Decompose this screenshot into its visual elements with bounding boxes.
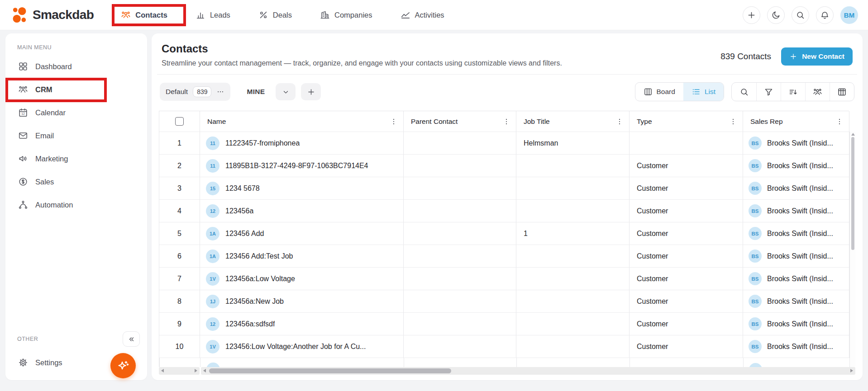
sales-rep-cell (744, 358, 849, 367)
scroll-left-arrow[interactable] (203, 369, 206, 372)
dots-vertical-icon[interactable] (835, 118, 844, 126)
sales-rep-name: Brooks Swift (Insid... (767, 343, 833, 351)
notifications-button[interactable] (816, 6, 834, 24)
page-subtitle: Streamline your contact management — tra… (162, 59, 562, 67)
brand[interactable]: Smackdab (11, 6, 94, 24)
dots-vertical-icon[interactable] (729, 118, 737, 126)
type-cell: Customer (630, 290, 743, 313)
contact-name-cell: 1V123456a:Low Voltage (200, 268, 404, 290)
table-row: 101V123456:Low Voltage:Another Job for A… (159, 335, 849, 358)
fixed-columns-scrollbar[interactable] (159, 367, 200, 375)
horizontal-scrollbar-thumb[interactable] (209, 368, 451, 373)
nav-tab-deals[interactable]: Deals (258, 10, 292, 20)
contact-name-cell: 1111895B1B-3127-4249-8F97-1063BC7914E4 (200, 155, 404, 177)
sidebar-collapse-button[interactable] (123, 331, 140, 347)
select-all-checkbox[interactable] (175, 117, 184, 126)
add-view-button[interactable] (301, 83, 321, 100)
sidebar-item-calendar[interactable]: 12Calendar (13, 103, 140, 122)
contact-name-link[interactable]: 123456a:New Job (225, 297, 284, 306)
scroll-left-arrow[interactable] (161, 369, 164, 372)
ai-assistant-fab[interactable] (110, 353, 136, 378)
row-number-cell: 1 (159, 132, 200, 155)
chevrons-left-icon (127, 335, 136, 344)
dark-mode-button[interactable] (767, 6, 785, 24)
table-row: 61A123456 Add:Test JobCustomerBSBrooks S… (159, 245, 849, 268)
nav-tab-leads[interactable]: Leads (196, 10, 230, 20)
row-number-cell: 5 (159, 222, 200, 245)
contact-name-cell: 151234 5678 (200, 177, 404, 200)
view-menu-dots-icon[interactable] (216, 88, 224, 96)
job-title-cell (516, 177, 630, 200)
sales-rep-cell: BSBrooks Swift (Insid... (743, 245, 849, 268)
parent-contact-cell (404, 177, 516, 200)
header-divider (157, 74, 857, 75)
columns-scrollbar[interactable] (201, 367, 855, 375)
job-title-cell: Helmsman (516, 132, 630, 155)
column-header-label: Name (207, 118, 226, 126)
scroll-up-arrow[interactable] (851, 133, 855, 136)
plus-icon (789, 52, 797, 61)
job-title-cell (517, 358, 630, 367)
sidebar-item-marketing[interactable]: Marketing (13, 149, 140, 168)
svg-text:12: 12 (21, 112, 25, 115)
contact-name-link[interactable]: 11223457-fromiphonea (225, 139, 300, 147)
contacts-table: NameParent ContactJob TitleTypeSales Rep… (159, 111, 855, 375)
view-tab-default[interactable]: Default 839 (160, 83, 230, 101)
sidebar-item-label: Marketing (35, 155, 68, 163)
contact-name-link[interactable]: 123456a (225, 207, 253, 215)
contact-name-link[interactable]: 11895B1B-3127-4249-8F97-1063BC7914E4 (225, 162, 368, 170)
smackdab-logo-icon (11, 6, 28, 24)
sales-rep-avatar: BS (749, 340, 762, 353)
table-body: 11111223457-fromiphoneaHelmsmanBSBrooks … (159, 132, 849, 367)
contact-name-link[interactable]: 1234 5678 (225, 184, 260, 193)
row-number-cell: 3 (159, 177, 200, 200)
sales-rep-avatar: BS (749, 159, 762, 172)
contact-name-link[interactable]: 123456 Add:Test Job (225, 252, 293, 260)
contact-name-link[interactable]: 123456a:sdfsdf (225, 320, 275, 328)
dots-vertical-icon[interactable] (615, 118, 624, 126)
sales-rep-name: Brooks Swift (Insid... (767, 162, 833, 170)
contact-avatar-badge: 1V (206, 340, 219, 353)
columns-toolbar-button[interactable] (830, 83, 854, 101)
board-view-button[interactable]: Board (635, 83, 683, 101)
nav-tab-label: Companies (334, 11, 372, 19)
column-header-label: Sales Rep (750, 118, 783, 126)
contact-name-link[interactable]: 123456:Low Voltage:Another Job for A Cu.… (225, 343, 366, 351)
sidebar-item-automation[interactable]: Automation (13, 195, 140, 214)
sidebar-item-label: Dashboard (35, 62, 72, 71)
dots-vertical-icon[interactable] (390, 118, 398, 126)
contact-name-link[interactable]: 123456 Add (225, 230, 264, 238)
nav-tab-companies[interactable]: Companies (320, 10, 372, 20)
job-title-cell (516, 268, 630, 290)
vertical-scrollbar[interactable] (849, 132, 855, 367)
scroll-right-arrow[interactable] (850, 369, 853, 372)
contact-name-cell: 12123456a (200, 200, 404, 222)
sidebar-item-sales[interactable]: Sales (13, 172, 140, 191)
filter-toolbar-button[interactable] (756, 83, 781, 101)
global-search-button[interactable] (792, 6, 809, 24)
sort-toolbar-button[interactable] (781, 83, 805, 101)
list-view-button[interactable]: List (683, 83, 724, 101)
vertical-scrollbar-thumb[interactable] (851, 137, 854, 250)
parent-contact-cell (404, 155, 516, 177)
parent-contact-cell (404, 290, 516, 313)
search-toolbar-button[interactable] (732, 83, 756, 101)
contact-name-cell: 1V123456:Low Voltage:Another Job for A C… (200, 335, 404, 358)
contact-name-link[interactable]: 123456a:Low Voltage (225, 275, 295, 283)
parent-contact-cell (404, 268, 516, 290)
user-avatar[interactable]: BM (840, 6, 858, 24)
nav-tab-contacts[interactable]: Contacts (121, 10, 167, 20)
dots-vertical-icon[interactable] (502, 118, 510, 126)
settings-label: Settings (35, 358, 62, 367)
team-toolbar-button[interactable] (805, 83, 830, 101)
sidebar-item-dashboard[interactable]: Dashboard (13, 57, 140, 76)
contact-avatar-badge: 12 (206, 204, 219, 218)
quick-add-button[interactable] (743, 6, 760, 24)
sidebar-item-crm[interactable]: CRM (13, 80, 140, 99)
scroll-right-arrow[interactable] (195, 369, 197, 372)
new-contact-button[interactable]: New Contact (781, 47, 853, 66)
nav-tab-activities[interactable]: Activities (401, 10, 444, 20)
sidebar-item-email[interactable]: Email (13, 126, 140, 145)
percent-icon (258, 10, 268, 20)
views-expand-button[interactable] (276, 83, 296, 100)
